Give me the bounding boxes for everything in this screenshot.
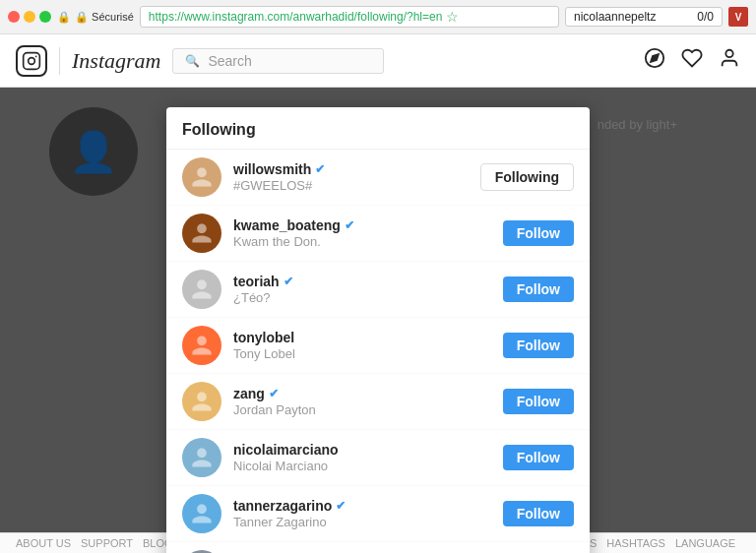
follow-button[interactable]: Follow — [503, 276, 574, 302]
page-background: 👤 nded by light+ Following willowsmith ✔… — [0, 88, 756, 532]
verified-badge: ✔ — [315, 162, 325, 176]
browser-chrome: 🔒 🔒 Sécurisé https://www.instagram.com/a… — [0, 0, 756, 34]
user-avatar — [182, 270, 221, 309]
user-avatar — [182, 214, 221, 253]
nav-icons — [644, 47, 740, 74]
following-list: willowsmith ✔ #GWEELOS# Following kwame_… — [166, 150, 590, 553]
user-avatar — [182, 326, 221, 365]
user-row[interactable]: teoriah ✔ ¿Téo? Follow — [166, 262, 590, 318]
following-modal: Following willowsmith ✔ #GWEELOS# Follow… — [166, 107, 590, 553]
username[interactable]: willowsmith ✔ — [233, 161, 469, 177]
user-info: kwame_boateng ✔ Kwam the Don. — [233, 217, 491, 249]
search-placeholder: Search — [208, 53, 251, 69]
user-row[interactable]: zang ✔ Jordan Payton Follow — [166, 374, 590, 430]
svg-point-5 — [725, 50, 732, 57]
user-avatar — [182, 494, 221, 533]
footer-link[interactable]: Hashtags — [606, 537, 665, 549]
user-fullname: #GWEELOS# — [233, 178, 469, 193]
security-indicator: 🔒 🔒 Sécurisé — [57, 11, 134, 24]
user-row[interactable]: tonylobel Tony Lobel Follow — [166, 318, 590, 374]
user-info: tannerzagarino ✔ Tanner Zagarino — [233, 498, 491, 529]
security-text: 🔒 Sécurisé — [75, 11, 134, 24]
user-info: nicolaimarciano Nicolai Marciano — [233, 442, 491, 473]
user-row[interactable]: nicolaimarciano Nicolai Marciano Follow — [166, 430, 590, 486]
user-info: teoriah ✔ ¿Téo? — [233, 274, 491, 305]
browser-search-bar[interactable]: nicolaannepeltz 0/0 — [565, 7, 723, 27]
user-fullname: Nicolai Marciano — [233, 459, 491, 473]
verified-badge: ✔ — [345, 218, 354, 232]
header-divider — [59, 47, 60, 75]
svg-point-2 — [35, 55, 37, 57]
extension-label: V — [735, 12, 742, 23]
verified-badge: ✔ — [284, 275, 293, 288]
search-icon: 🔍 — [185, 54, 200, 68]
verified-badge: ✔ — [336, 499, 346, 513]
user-info: tonylobel Tony Lobel — [233, 330, 491, 361]
follow-button[interactable]: Follow — [503, 445, 574, 470]
username[interactable]: tannerzagarino ✔ — [233, 498, 491, 514]
user-fullname: Tanner Zagarino — [233, 515, 491, 529]
address-bar[interactable]: https://www.instagram.com/anwarhadid/fol… — [140, 6, 559, 28]
instagram-wordmark[interactable]: Instagram — [72, 48, 160, 74]
modal-overlay: Following willowsmith ✔ #GWEELOS# Follow… — [0, 88, 756, 532]
user-avatar — [182, 382, 221, 421]
browser-search-value: nicolaannepeltz — [574, 10, 656, 24]
username[interactable]: tonylobel — [233, 330, 491, 345]
user-fullname: Kwam the Don. — [233, 234, 491, 249]
username[interactable]: zang ✔ — [233, 386, 491, 401]
bookmark-icon[interactable]: ☆ — [446, 9, 459, 25]
svg-point-1 — [29, 57, 35, 64]
username[interactable]: teoriah ✔ — [233, 274, 491, 289]
footer-link[interactable]: Language — [675, 537, 735, 549]
follow-button[interactable]: Follow — [503, 220, 574, 246]
verified-badge: ✔ — [269, 387, 279, 400]
instagram-camera-icon[interactable] — [16, 45, 47, 77]
lock-icon: 🔒 — [57, 11, 71, 24]
minimize-btn[interactable] — [24, 11, 35, 23]
username[interactable]: kwame_boateng ✔ — [233, 217, 491, 233]
username[interactable]: nicolaimarciano — [233, 442, 491, 458]
user-avatar — [182, 438, 221, 477]
svg-marker-4 — [651, 54, 659, 62]
user-row[interactable]: kwame_boateng ✔ Kwam the Don. Follow — [166, 206, 590, 262]
browser-extension[interactable]: V — [728, 7, 748, 27]
footer-link[interactable]: Support — [81, 537, 133, 549]
modal-title: Following — [166, 107, 590, 150]
user-fullname: Jordan Payton — [233, 402, 491, 417]
following-button[interactable]: Following — [480, 163, 574, 191]
instagram-header: Instagram 🔍 Search — [0, 34, 756, 88]
follow-button[interactable]: Follow — [503, 333, 574, 358]
user-row[interactable]: mikey_leo mikey_leo Follow — [166, 542, 590, 553]
close-btn[interactable] — [8, 11, 20, 23]
user-info: willowsmith ✔ #GWEELOS# — [233, 161, 469, 193]
profile-icon[interactable] — [719, 47, 740, 74]
browser-traffic-lights — [8, 11, 51, 23]
follow-button[interactable]: Follow — [503, 389, 574, 414]
user-row[interactable]: tannerzagarino ✔ Tanner Zagarino Follow — [166, 486, 590, 542]
user-avatar — [182, 157, 221, 197]
search-bar[interactable]: 🔍 Search — [172, 48, 384, 74]
follow-button[interactable]: Follow — [503, 501, 574, 526]
user-fullname: Tony Lobel — [233, 346, 491, 361]
footer-link[interactable]: About Us — [16, 537, 71, 549]
compass-icon[interactable] — [644, 47, 665, 74]
heart-icon[interactable] — [681, 47, 703, 74]
user-fullname: ¿Téo? — [233, 290, 491, 305]
user-info: zang ✔ Jordan Payton — [233, 386, 491, 417]
svg-rect-0 — [24, 52, 40, 69]
user-row[interactable]: willowsmith ✔ #GWEELOS# Following — [166, 150, 590, 206]
maximize-btn[interactable] — [39, 11, 51, 23]
browser-search-count: 0/0 — [697, 10, 714, 24]
url-text: https://www.instagram.com/anwarhadid/fol… — [149, 10, 443, 24]
